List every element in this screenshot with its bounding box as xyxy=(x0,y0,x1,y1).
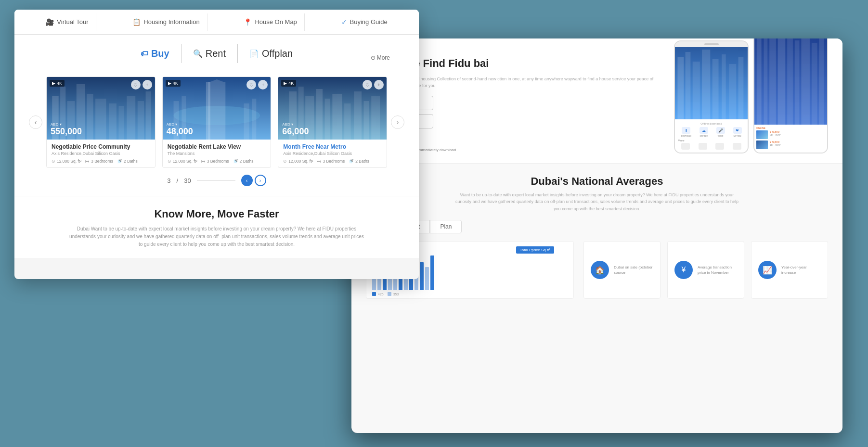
filter-tab-plan[interactable]: Plan xyxy=(430,220,462,233)
card-add-btn-3[interactable]: + xyxy=(374,80,384,89)
svg-rect-55 xyxy=(713,59,719,119)
svg-rect-11 xyxy=(146,91,151,140)
property-cards-list: ▶4K ♡ + AED ▾ 550,000 Negotiable Price C… xyxy=(46,77,387,168)
averages-content: Total Pprice Sq ft² 2000 xyxy=(366,241,828,299)
card-image-1: ▶4K ♡ + AED ▾ 550,000 xyxy=(47,77,155,140)
svg-rect-61 xyxy=(764,38,767,125)
phone-mockup-2: ONLINE ¥ 6,800 2br · 80m² ¥ 5,500 xyxy=(753,38,828,153)
card-actions-1: ♡ + xyxy=(131,80,152,89)
svg-rect-57 xyxy=(729,64,736,119)
filter-tabs: Sale Rent Plan xyxy=(366,220,828,233)
nav-virtual-tour[interactable]: 🎥 Virtual Tour xyxy=(39,13,96,31)
card-actions-3: ♡ + xyxy=(363,80,384,89)
property-tabs: 🏷 Buy 🔍 Rent 📄 Offplan xyxy=(129,44,304,63)
svg-rect-6 xyxy=(95,99,106,140)
stat-icon-trend: 📈 xyxy=(758,261,777,279)
page-prev-btn[interactable]: ‹ xyxy=(241,175,253,186)
listing-item-1: ¥ 6,800 2br · 80m² xyxy=(756,130,825,139)
svg-rect-51 xyxy=(677,57,684,119)
listing-item-2: ¥ 5,500 1br · 55m² xyxy=(756,140,825,149)
stats-row: 🏠 Dubai on sale (october source ¥ Averag… xyxy=(583,241,828,299)
svg-marker-15 xyxy=(208,79,225,140)
card-info-1: Negotiable Price Community Axis Residenc… xyxy=(47,140,155,167)
svg-rect-27 xyxy=(344,103,350,140)
property-card-3[interactable]: ▶4K ♡ + AED ▾ 66,000 Month Free Near Met… xyxy=(278,77,387,168)
know-more-title: Know More, Move Faster xyxy=(29,208,404,220)
card-details-1: ⊙12,000 Sq. ft² 🛏3 Bedrooms 🚿2 Baths xyxy=(52,159,150,164)
card-favorite-btn-2[interactable]: ♡ xyxy=(246,80,256,89)
card-image-2: ▶4K ♡ + AED ▾ 48,000 xyxy=(163,77,271,140)
averages-section: Dubai's National Averages Want to be up-… xyxy=(351,164,842,310)
know-more-section: Know More, Move Faster Dubai Want to be … xyxy=(14,196,419,258)
page-current: 3 xyxy=(167,177,170,184)
averages-title: Dubai's National Averages xyxy=(366,175,828,188)
page-nav-buttons: ‹ › xyxy=(241,175,266,186)
svg-rect-65 xyxy=(795,40,800,125)
carousel-next-btn[interactable]: › xyxy=(391,115,404,129)
tab-buy[interactable]: 🏷 Buy xyxy=(129,44,181,63)
svg-rect-8 xyxy=(118,106,124,140)
svg-rect-7 xyxy=(109,103,117,140)
housing-info-icon: 📋 xyxy=(132,18,141,26)
svg-rect-10 xyxy=(138,101,144,140)
card-info-3: Month Free Near Metro Axis Residence,Dub… xyxy=(278,140,387,167)
card-favorite-btn-3[interactable]: ♡ xyxy=(363,80,372,89)
more-circle-icon: ⊙ xyxy=(371,54,376,61)
svg-rect-9 xyxy=(127,96,135,140)
svg-rect-26 xyxy=(333,94,342,140)
svg-rect-53 xyxy=(693,62,700,119)
nav-house-on-map[interactable]: 📍 House On Map xyxy=(236,13,304,31)
app-section: RTY APP Sell House Find Fidu bai bsite, … xyxy=(351,38,842,164)
svg-rect-62 xyxy=(769,38,776,125)
carousel-prev-btn[interactable]: ‹ xyxy=(29,115,42,129)
card-badge-2: ▶4K xyxy=(166,80,181,87)
know-more-text: Dubai Want to be up-to-date with expert … xyxy=(67,225,366,248)
svg-rect-56 xyxy=(722,54,726,119)
browser-back: RTY APP Sell House Find Fidu bai bsite, … xyxy=(351,38,842,433)
nav-housing-info[interactable]: 📋 Housing Information xyxy=(125,13,207,31)
svg-rect-52 xyxy=(686,52,691,119)
card-details-3: ⊙12,000 Sq. ft² 🛏3 Bedrooms 🚿2 Baths xyxy=(283,159,382,164)
card-add-btn-2[interactable]: + xyxy=(258,80,268,89)
svg-rect-66 xyxy=(801,38,810,125)
property-card-2[interactable]: ▶4K ♡ + AED ▾ 48,000 Negotiable Rent Lak… xyxy=(162,77,272,168)
nav-buying-guide[interactable]: ✓ Buying Guide xyxy=(334,13,395,31)
buy-icon: 🏷 xyxy=(141,50,148,58)
card-price-3: AED ▾ 66,000 xyxy=(282,122,309,137)
card-details-2: ⊙12,000 Sq. ft² 🛏3 Bedrooms 🚿2 Baths xyxy=(168,159,266,164)
property-card-1[interactable]: ▶4K ♡ + AED ▾ 550,000 Negotiable Price C… xyxy=(46,77,155,168)
svg-rect-28 xyxy=(354,91,362,140)
svg-rect-18 xyxy=(244,103,249,140)
main-content: 🏷 Buy 🔍 Rent 📄 Offplan ⊙ More ‹ xyxy=(14,35,419,196)
card-price-2: AED ▾ 48,000 xyxy=(167,122,193,137)
page-total: 30 xyxy=(184,177,191,184)
rent-icon: 🔍 xyxy=(193,49,203,58)
offplan-icon: 📄 xyxy=(249,49,259,58)
svg-rect-64 xyxy=(787,38,793,125)
card-actions-2: ♡ + xyxy=(246,80,268,89)
svg-rect-60 xyxy=(757,38,762,125)
stat-card-2: ¥ Average transaction price in November xyxy=(667,241,744,299)
stat-icon-home: 🏠 xyxy=(591,261,609,279)
svg-rect-30 xyxy=(372,96,380,140)
stat-card-1: 🏠 Dubai on sale (october source xyxy=(583,241,661,299)
page-next-btn[interactable]: › xyxy=(255,175,266,186)
page-separator: / xyxy=(177,177,179,184)
tab-offplan[interactable]: 📄 Offplan xyxy=(238,44,304,63)
pagination: 3 / 30 ‹ › xyxy=(29,175,404,186)
averages-desc: Want to be up-to-date with expert local … xyxy=(453,192,741,212)
browser-back-inner: RTY APP Sell House Find Fidu bai bsite, … xyxy=(351,38,842,433)
svg-rect-24 xyxy=(316,89,323,140)
svg-rect-58 xyxy=(738,57,744,119)
tab-rent[interactable]: 🔍 Rent xyxy=(181,44,238,63)
chart-tooltip: Total Pprice Sq ft² xyxy=(516,246,554,254)
svg-rect-63 xyxy=(778,38,786,125)
browser-front: 🎥 Virtual Tour 📋 Housing Information 📍 H… xyxy=(14,10,419,279)
card-favorite-btn-1[interactable]: ♡ xyxy=(131,80,141,89)
browser-nav: 🎥 Virtual Tour 📋 Housing Information 📍 H… xyxy=(14,10,419,35)
card-info-2: Negotiable Rent Lake View The Mansions ⊙… xyxy=(163,140,271,167)
more-link[interactable]: ⊙ More xyxy=(371,54,390,61)
svg-rect-54 xyxy=(702,50,710,119)
card-add-btn-1[interactable]: + xyxy=(143,80,152,89)
buying-guide-icon: ✓ xyxy=(341,18,347,26)
